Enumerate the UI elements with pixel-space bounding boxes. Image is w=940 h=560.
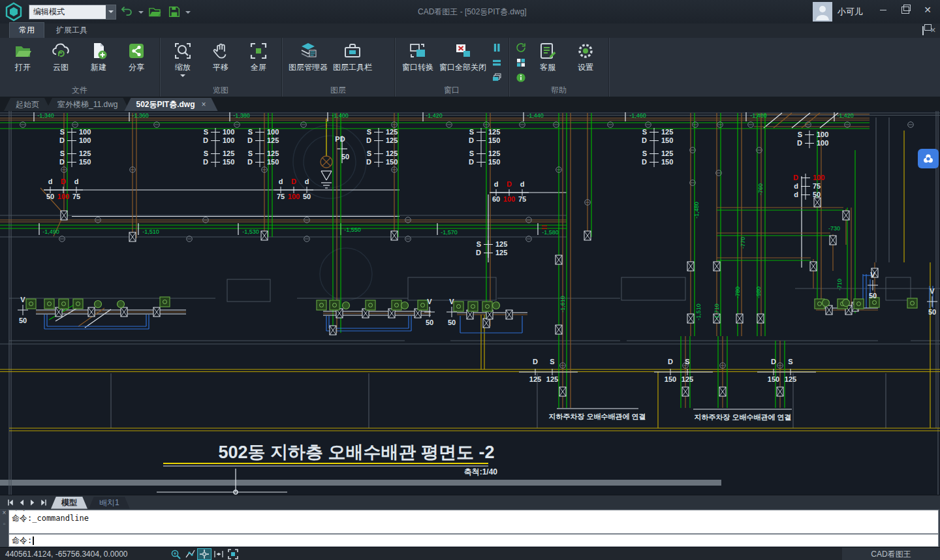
ribbon-btn-window-close-all[interactable]: 窗口全部关闭 [437, 40, 489, 74]
layers-freeze-button[interactable] [377, 57, 388, 69]
svg-text:V: V [20, 296, 25, 303]
next-layout-button[interactable] [27, 498, 37, 507]
svg-text:125: 125 [661, 149, 673, 157]
svg-text:D: D [247, 158, 253, 166]
ribbon-btn-share[interactable]: 分享 [118, 40, 155, 74]
command-input[interactable]: 命令: [8, 534, 939, 547]
edit-mode-select[interactable]: 编辑模式 [29, 5, 116, 20]
svg-text:-1,420: -1,420 [426, 112, 443, 119]
ribbon-group-览图: 缩放平移全屏览图 [160, 38, 282, 97]
svg-text:S: S [788, 358, 792, 366]
svg-text:S: S [798, 131, 802, 138]
layer-toolbar-icon [343, 41, 362, 61]
svg-text:-1,490: -1,490 [42, 228, 59, 235]
ribbon-tab-常用[interactable]: 常用 [9, 22, 44, 38]
doc-tab-室外楼梯_11.dwg[interactable]: 室外楼梯_11.dwg [46, 98, 129, 111]
doc-tab-502동PIT층.dwg[interactable]: 502동PIT층.dwg× [124, 98, 217, 111]
svg-text:125: 125 [785, 375, 796, 383]
ribbon-btn-open-folder[interactable]: 打开 [4, 40, 42, 74]
layers-state-icon [377, 42, 388, 54]
ribbon-btn-settings[interactable]: 设置 [567, 40, 604, 74]
svg-text:125: 125 [267, 149, 279, 157]
doc-tab-close-icon[interactable]: × [202, 100, 206, 109]
ribbon-btn-pan-hand[interactable]: 平移 [202, 40, 240, 74]
drawing-layers [0, 111, 940, 495]
ribbon-btn-window-switch[interactable]: 窗口转换 [399, 40, 437, 74]
command-panel-close-icon[interactable]: × [0, 509, 8, 516]
svg-text:60: 60 [492, 195, 500, 203]
undo-button[interactable] [119, 4, 136, 20]
svg-text:50: 50 [813, 191, 821, 198]
about-info-button[interactable] [515, 72, 527, 84]
svg-text:125: 125 [386, 128, 398, 136]
cascade-windows-button[interactable] [491, 72, 503, 84]
command-prompt: 命令: [9, 535, 32, 546]
ribbon-btn-new-file[interactable]: 新建 [80, 40, 118, 74]
svg-text:-1,580: -1,580 [542, 229, 559, 236]
svg-text:100: 100 [288, 193, 300, 200]
chevron-down-icon[interactable] [180, 74, 185, 80]
layer-manager-icon [298, 41, 318, 61]
ribbon-btn-layer-manager[interactable]: 图层管理器 [286, 40, 330, 74]
ribbon-btn-full-screen[interactable]: 全屏 [240, 40, 277, 74]
fullscreen-tool-icon[interactable] [226, 548, 240, 560]
mdi-restore-button[interactable] [922, 27, 924, 35]
ribbon-btn-label: 图层工具栏 [333, 62, 372, 73]
first-layout-button[interactable] [5, 498, 15, 507]
crosshair-tool-icon[interactable] [197, 548, 212, 560]
restore-button[interactable] [894, 0, 916, 20]
svg-text:-1,360: -1,360 [132, 112, 149, 119]
svg-text:-980: -980 [755, 287, 762, 298]
quick-toolbar-dropdown-icon[interactable] [185, 11, 191, 16]
layers-state-button[interactable] [377, 42, 388, 54]
edit-mode-dropdown-icon[interactable] [106, 5, 116, 19]
check-update-button[interactable] [515, 42, 527, 54]
measure-tool-icon[interactable] [212, 548, 226, 560]
ribbon-btn-zoom-extent[interactable]: 缩放 [164, 40, 202, 80]
drawing-canvas[interactable]: S100D100S125D150S100D100S125D150S100D125… [0, 111, 940, 495]
layout-tab-배치1[interactable]: 배치1 [89, 497, 130, 509]
ribbon-btn-label: 全屏 [251, 62, 266, 73]
ribbon-group-帮助: 客服设置帮助 [509, 38, 609, 97]
command-history[interactable]: 命令:命令:_commandline [8, 510, 939, 534]
tile-horizontal-button[interactable] [491, 57, 503, 69]
command-panel-anchor-icon[interactable]: ▫ [0, 520, 8, 527]
svg-text:D: D [469, 158, 474, 166]
cad-drawing: S100D100S125D150S100D100S125D150S100D125… [0, 111, 940, 495]
svg-text:50: 50 [448, 319, 456, 326]
layers-lock-button[interactable] [377, 72, 388, 84]
ribbon: 打开云图新建分享文件缩放平移全屏览图图层管理器图层工具栏图层窗口转换窗口全部关闭… [0, 38, 940, 98]
svg-text:50: 50 [19, 317, 27, 324]
last-layout-button[interactable] [39, 498, 48, 507]
polyline-tool-icon[interactable] [183, 548, 197, 560]
undo-dropdown-icon[interactable] [138, 11, 144, 16]
layout-tab-模型[interactable]: 模型 [51, 497, 87, 509]
ribbon-btn-feedback[interactable]: 客服 [529, 40, 567, 74]
svg-text:125: 125 [223, 149, 234, 157]
command-panel: × ▫ 命令:命令:_commandline 命令: [0, 509, 940, 547]
svg-text:-1,570: -1,570 [441, 229, 458, 236]
cloud-panel-button[interactable] [918, 149, 939, 168]
close-button[interactable]: ✕ [916, 0, 939, 20]
user-account[interactable]: 小可儿 [813, 0, 863, 23]
svg-text:50: 50 [928, 308, 936, 316]
svg-text:-780: -780 [734, 287, 741, 298]
svg-text:-1,510: -1,510 [142, 228, 159, 235]
previous-layout-button[interactable] [16, 498, 26, 507]
zoom-tool-icon[interactable] [168, 548, 183, 560]
minimize-button[interactable] [872, 0, 894, 20]
new-features-button[interactable] [515, 57, 527, 69]
svg-text:100: 100 [57, 193, 69, 200]
svg-text:-1,400: -1,400 [332, 112, 349, 119]
quick-open-button[interactable] [146, 4, 163, 20]
doc-tab-起始页[interactable]: 起始页 [4, 98, 51, 111]
svg-text:-1,460: -1,460 [629, 112, 646, 119]
svg-text:D: D [366, 158, 371, 166]
ribbon-btn-layer-toolbar[interactable]: 图层工具栏 [330, 40, 375, 74]
svg-text:V: V [870, 271, 875, 279]
quick-save-button[interactable] [166, 4, 183, 20]
svg-text:50: 50 [869, 292, 877, 300]
tile-vertical-button[interactable] [491, 42, 503, 54]
ribbon-tab-扩展工具[interactable]: 扩展工具 [47, 23, 97, 38]
ribbon-btn-cloud-sync[interactable]: 云图 [42, 40, 80, 74]
